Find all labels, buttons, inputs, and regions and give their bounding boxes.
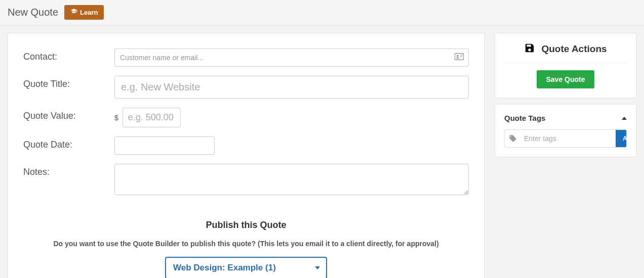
date-label: Quote Date: (23, 136, 114, 155)
page-title: New Quote (8, 7, 58, 18)
contact-card-icon[interactable] (455, 53, 464, 62)
quote-actions-heading: Quote Actions (541, 43, 607, 55)
template-select-value: Web Design: Example (1) (173, 263, 276, 272)
tags-icon (505, 130, 521, 147)
svg-rect-0 (455, 54, 463, 60)
notes-textarea[interactable] (114, 164, 469, 195)
quote-form-card: Contact: Quote Title: Quote Value: $ (8, 33, 485, 278)
value-label: Quote Value: (23, 108, 114, 127)
publish-heading: Publish this Quote (23, 220, 469, 230)
caret-up-icon[interactable] (622, 117, 627, 120)
publish-section: Publish this Quote Do you want to use th… (23, 220, 469, 278)
quote-tags-heading: Quote Tags (504, 114, 545, 122)
tags-input[interactable] (521, 130, 616, 147)
quote-value-input[interactable] (123, 108, 181, 127)
currency-symbol: $ (114, 114, 118, 122)
quote-date-input[interactable] (114, 136, 215, 155)
learn-button-label: Learn (80, 9, 98, 16)
quote-title-input[interactable] (114, 76, 469, 99)
notes-label: Notes: (23, 164, 114, 197)
quote-actions-card: Quote Actions Save Quote (495, 33, 636, 98)
contact-input[interactable] (114, 49, 469, 67)
publish-description: Do you want to use the Quote Builder to … (23, 240, 469, 248)
save-icon (524, 42, 535, 56)
graduation-cap-icon (70, 8, 77, 17)
add-tag-button[interactable]: Add (616, 130, 627, 147)
topbar: New Quote Learn (0, 0, 644, 25)
learn-button[interactable]: Learn (64, 5, 104, 20)
quote-tags-card: Quote Tags Add (495, 104, 636, 157)
contact-label: Contact: (23, 49, 114, 67)
svg-point-1 (457, 55, 459, 57)
title-label: Quote Title: (23, 76, 114, 99)
save-quote-button[interactable]: Save Quote (537, 70, 594, 88)
template-select[interactable]: Web Design: Example (1) (165, 257, 327, 278)
